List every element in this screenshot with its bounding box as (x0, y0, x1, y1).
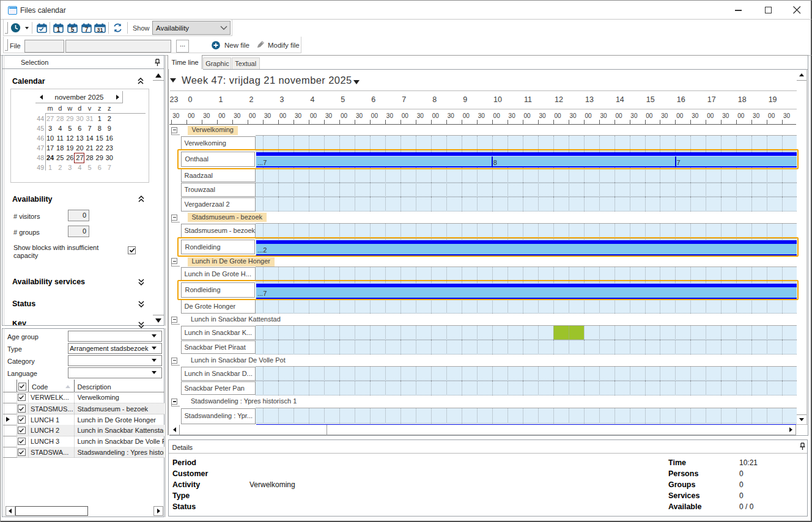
svg-text:1: 1 (57, 26, 61, 33)
svg-text:5: 5 (71, 26, 75, 33)
svg-text:7: 7 (85, 26, 89, 33)
svg-text:31: 31 (97, 27, 103, 33)
